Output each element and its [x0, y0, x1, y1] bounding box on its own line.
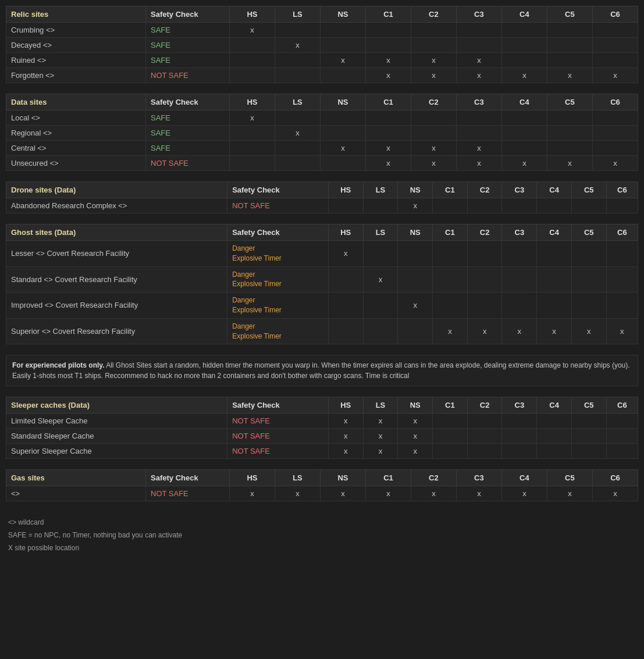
gas-safety-header: Safety Check	[146, 470, 230, 486]
table-row: Local <>SAFEx	[6, 111, 638, 126]
ns-cell	[398, 266, 433, 293]
drone-c1-header: C1	[433, 182, 468, 198]
ls-cell	[275, 111, 320, 126]
c3-cell	[456, 23, 501, 38]
ls-cell: x	[363, 444, 398, 459]
ghost-c2-header: C2	[467, 225, 502, 241]
c3-cell	[456, 38, 501, 53]
c6-cell	[606, 414, 638, 429]
c6-cell	[606, 444, 638, 459]
table-row: Limited Sleeper CacheNOT SAFExxx	[6, 414, 638, 429]
c4-cell	[537, 198, 572, 213]
ghost-ns-header: NS	[398, 225, 433, 241]
safety-cell: NOT SAFE	[227, 429, 329, 444]
site-name-cell: Unsecured <>	[6, 156, 146, 171]
ns-cell: x	[398, 198, 433, 213]
c4-cell	[537, 429, 572, 444]
safety-cell: SAFE	[146, 38, 230, 53]
c3-cell: x	[502, 318, 537, 344]
hs-cell	[230, 156, 275, 171]
data-sites-header: Data sites	[6, 94, 146, 111]
c1-cell: x	[365, 141, 411, 156]
drone-hs-header: HS	[328, 182, 363, 198]
ns-cell	[320, 68, 365, 83]
data-ls-header: LS	[275, 94, 320, 111]
c3-cell: x	[456, 156, 501, 171]
table-row: Superior <> Covert Research FacilityDang…	[6, 318, 638, 344]
safety-cell: NOT SAFE	[146, 68, 230, 83]
c3-cell	[502, 241, 537, 267]
ns-cell	[320, 156, 365, 171]
ghost-c1-header: C1	[433, 225, 468, 241]
c1-cell	[433, 241, 468, 267]
legend-line1: <> wildcard	[8, 516, 636, 529]
table-row: Forgotten <>NOT SAFExxxxxx	[6, 68, 638, 83]
ls-cell	[275, 53, 320, 68]
data-c3-header: C3	[456, 94, 501, 111]
c1-cell	[433, 266, 468, 293]
site-name-cell: Standard Sleeper Cache	[6, 429, 227, 444]
c3-cell: x	[456, 53, 501, 68]
table-row: Decayed <>SAFEx	[6, 38, 638, 53]
site-name-cell: Ruined <>	[6, 53, 146, 68]
c3-cell	[502, 429, 537, 444]
c3-cell	[456, 126, 501, 141]
c2-cell: x	[411, 486, 456, 501]
relic-ns-header: NS	[320, 6, 365, 23]
c1-cell: x	[365, 68, 411, 83]
safety-cell: DangerExplosive Timer	[227, 293, 329, 319]
c4-cell	[501, 126, 547, 141]
hs-cell: x	[328, 444, 363, 459]
legend-line2: SAFE = no NPC, no Timer, nothing bad you…	[8, 529, 636, 542]
data-c6-header: C6	[592, 94, 638, 111]
c4-cell	[537, 293, 572, 319]
c3-cell	[456, 111, 501, 126]
drone-c3-header: C3	[502, 182, 537, 198]
c4-cell	[537, 241, 572, 267]
ls-cell	[363, 241, 398, 267]
table-row: Crumbing <>SAFEx	[6, 23, 638, 38]
sleeper-safety-header: Safety Check	[227, 397, 329, 414]
site-name-cell: Abandoned Research Complex <>	[6, 198, 227, 213]
ns-cell: x	[320, 53, 365, 68]
c6-cell	[606, 198, 638, 213]
hs-cell	[328, 266, 363, 293]
data-c5-header: C5	[547, 94, 592, 111]
c1-cell: x	[365, 156, 411, 171]
ls-cell	[275, 68, 320, 83]
c2-cell	[467, 266, 502, 293]
c6-cell	[592, 53, 638, 68]
gas-sites-header: Gas sites	[6, 470, 146, 486]
hs-cell: x	[230, 486, 275, 501]
c2-cell	[467, 444, 502, 459]
ls-cell	[363, 198, 398, 213]
ls-cell: x	[363, 266, 398, 293]
safety-cell: NOT SAFE	[227, 414, 329, 429]
c4-cell: x	[537, 318, 572, 344]
c6-cell	[592, 126, 638, 141]
c6-cell: x	[592, 486, 638, 501]
table-row: Unsecured <>NOT SAFExxxxxx	[6, 156, 638, 171]
ghost-hs-header: HS	[328, 225, 363, 241]
c4-cell	[537, 266, 572, 293]
c1-cell: x	[433, 318, 468, 344]
ghost-sites-note: For experienced pilots only. All Ghost S…	[6, 355, 638, 386]
safety-cell: DangerExplosive Timer	[227, 241, 329, 267]
ghost-c3-header: C3	[502, 225, 537, 241]
c5-cell	[547, 141, 592, 156]
c6-cell	[606, 293, 638, 319]
site-name-cell: Crumbing <>	[6, 23, 146, 38]
ns-cell: x	[320, 141, 365, 156]
c2-cell: x	[411, 53, 456, 68]
c1-cell	[433, 414, 468, 429]
c1-cell	[433, 198, 468, 213]
ls-cell: x	[275, 486, 320, 501]
hs-cell: x	[230, 23, 275, 38]
hs-cell	[230, 53, 275, 68]
safety-cell: SAFE	[146, 141, 230, 156]
c1-cell: x	[365, 486, 411, 501]
ns-cell: x	[398, 444, 433, 459]
drone-sites-table: Drone sites (Data) Safety Check HS LS NS…	[6, 181, 638, 213]
drone-ns-header: NS	[398, 182, 433, 198]
data-ns-header: NS	[320, 94, 365, 111]
